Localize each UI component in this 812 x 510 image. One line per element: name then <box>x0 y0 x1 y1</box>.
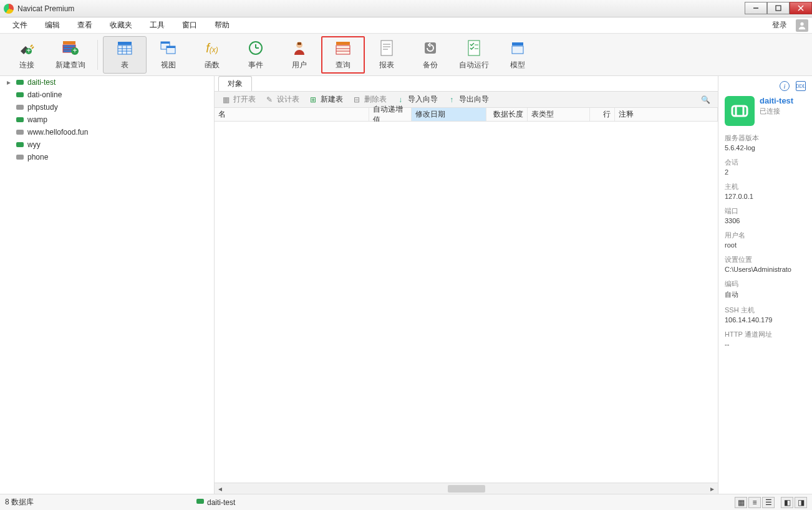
horizontal-scrollbar[interactable]: ◂ ▸ <box>215 483 718 494</box>
svg-rect-13 <box>118 42 132 45</box>
col-rows[interactable]: 行 <box>590 108 615 121</box>
statusbar: 8 数据库 daiti-test ▦ ≡ ☰ ◧ ◨ <box>0 494 812 510</box>
view-grid-icon[interactable]: ▦ <box>735 497 747 508</box>
svg-rect-46 <box>16 130 24 135</box>
info-icon[interactable]: i <box>780 81 790 91</box>
connection-item-www.hellofood.fun[interactable]: www.hellofood.fun <box>0 126 214 138</box>
tree-arrow-icon[interactable]: ▸ <box>5 78 12 87</box>
col-name[interactable]: 名 <box>215 108 369 121</box>
info-field: 服务器版本5.6.42-log <box>725 133 806 152</box>
scroll-thumb[interactable] <box>448 485 485 493</box>
status-connection[interactable]: daiti-test <box>196 497 235 508</box>
clock-icon <box>246 39 265 57</box>
toolbar-table[interactable]: 表 <box>103 36 147 74</box>
col-comment[interactable]: 注释 <box>615 108 718 121</box>
close-button[interactable] <box>790 2 812 14</box>
db-icon <box>15 140 25 150</box>
menu-view[interactable]: 查看 <box>69 17 101 33</box>
app-title: Navicat Premium <box>17 4 74 13</box>
svg-rect-37 <box>468 41 480 55</box>
menu-file[interactable]: 文件 <box>4 17 36 33</box>
user-icon <box>290 39 309 57</box>
info-value: root <box>725 241 806 249</box>
info-value: 106.14.140.179 <box>725 316 806 324</box>
svg-rect-42 <box>16 80 24 85</box>
new-table-button[interactable]: ⊞新建表 <box>304 93 347 106</box>
import-icon: ↓ <box>395 95 405 105</box>
connection-item-dati-online[interactable]: dati-online <box>0 89 214 101</box>
info-value: 2 <box>725 168 806 176</box>
model-icon <box>508 39 527 57</box>
toolbar-event[interactable]: 事件 <box>234 36 278 74</box>
info-field: 用户名root <box>725 231 806 249</box>
menu-favorites[interactable]: 收藏夹 <box>101 17 141 33</box>
toolbar-function[interactable]: f(x) 函数 <box>190 36 234 74</box>
menu-tools[interactable]: 工具 <box>141 17 173 33</box>
connection-label: daiti-test <box>27 78 56 87</box>
db-icon <box>15 102 25 112</box>
object-toolbar: ▦打开表 ✎设计表 ⊞新建表 ⊟删除表 ↓导入向导 ↑导出向导 🔍 <box>215 92 718 108</box>
svg-rect-32 <box>381 41 392 55</box>
function-icon: f(x) <box>203 39 221 57</box>
menu-edit[interactable]: 编辑 <box>36 17 69 33</box>
info-connection-status: 已连接 <box>760 107 793 116</box>
connection-label: phpstudy <box>27 103 58 112</box>
connection-item-wyy[interactable]: wyy <box>0 138 214 151</box>
toolbar-view[interactable]: 视图 <box>147 36 190 74</box>
connection-label: www.hellofood.fun <box>27 128 88 137</box>
scroll-right-icon[interactable]: ▸ <box>707 484 718 493</box>
toolbar-connect[interactable]: + 连接 <box>5 36 49 74</box>
info-value: C:\Users\Administrato <box>725 266 806 273</box>
maximize-button[interactable] <box>767 2 790 14</box>
col-datalen[interactable]: 数据长度 <box>486 108 528 121</box>
minimize-button[interactable] <box>745 2 767 14</box>
toolbar-model[interactable]: 模型 <box>496 36 539 74</box>
menu-window[interactable]: 窗口 <box>173 17 206 33</box>
login-link[interactable]: 登录 <box>767 17 792 33</box>
svg-rect-41 <box>512 46 523 54</box>
search-icon[interactable]: 🔍 <box>696 95 715 104</box>
col-autoinc[interactable]: 自动递增值 <box>369 108 412 121</box>
col-modified[interactable]: 修改日期 <box>412 108 486 121</box>
connection-item-wamp[interactable]: wamp <box>0 113 214 126</box>
open-table-button[interactable]: ▦打开表 <box>217 93 259 106</box>
titlebar: Navicat Premium <box>0 0 812 17</box>
pane-left-icon[interactable]: ◧ <box>781 497 793 508</box>
svg-rect-27 <box>297 42 301 45</box>
avatar-icon[interactable] <box>796 19 808 32</box>
view-detail-icon[interactable]: ☰ <box>762 497 775 508</box>
toolbar-user[interactable]: 用户 <box>278 36 321 74</box>
pane-right-icon[interactable]: ◨ <box>795 497 807 508</box>
info-key: 用户名 <box>725 231 806 240</box>
info-key: 编码 <box>725 279 806 289</box>
info-value: 自动 <box>725 290 806 299</box>
column-headers: 名 自动递增值 修改日期 数据长度 表类型 行 注释 <box>215 108 718 122</box>
col-tabletype[interactable]: 表类型 <box>528 108 590 121</box>
toolbar-report[interactable]: 报表 <box>365 36 408 74</box>
info-pane: i DDL daiti-test 已连接 服务器版本5.6.42-log会话2主… <box>718 76 812 494</box>
svg-text:+: + <box>26 46 31 55</box>
info-value: -- <box>725 340 806 348</box>
toolbar-newquery[interactable]: + 新建查询 <box>49 36 92 74</box>
connection-item-phpstudy[interactable]: phpstudy <box>0 101 214 113</box>
connection-item-daiti-test[interactable]: ▸ daiti-test <box>0 76 214 89</box>
ddl-icon[interactable]: DDL <box>796 81 806 91</box>
svg-rect-44 <box>16 105 24 110</box>
menu-help[interactable]: 帮助 <box>206 17 238 33</box>
view-list-icon[interactable]: ≡ <box>748 497 761 508</box>
db-icon <box>15 90 25 100</box>
export-button[interactable]: ↑导出向导 <box>443 93 493 106</box>
toolbar-query[interactable]: 查询 <box>321 36 365 74</box>
scroll-left-icon[interactable]: ◂ <box>215 484 226 493</box>
info-key: 设置位置 <box>725 255 806 264</box>
info-value: 3306 <box>725 217 806 224</box>
tab-object[interactable]: 对象 <box>218 76 252 91</box>
connection-label: dati-online <box>27 90 62 99</box>
toolbar-backup[interactable]: 备份 <box>408 36 452 74</box>
design-table-button[interactable]: ✎设计表 <box>261 93 303 106</box>
info-key: 端口 <box>725 206 806 216</box>
toolbar-autorun[interactable]: 自动运行 <box>452 36 496 74</box>
info-field: 端口3306 <box>725 206 806 224</box>
connection-item-phone[interactable]: phone <box>0 151 214 163</box>
connection-label: phone <box>27 153 48 161</box>
